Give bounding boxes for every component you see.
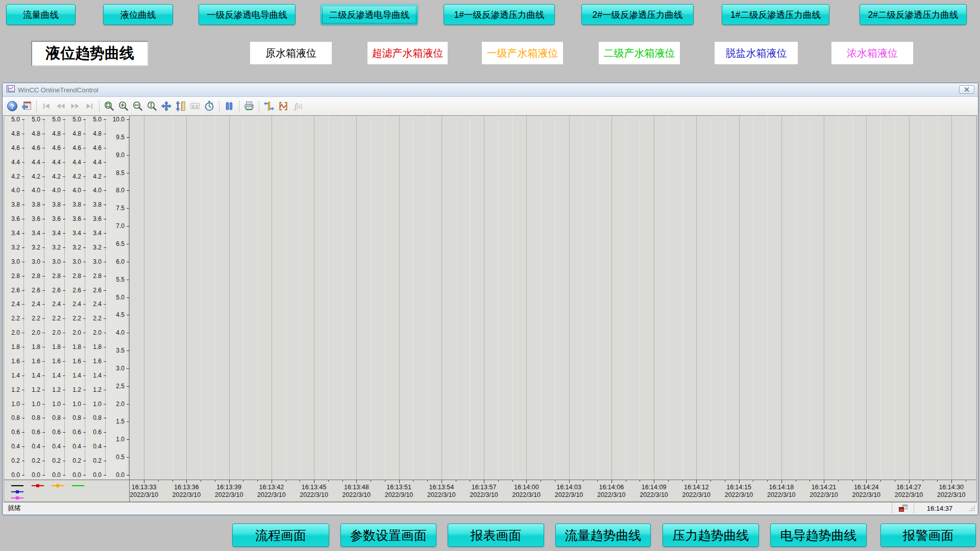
time-value: 16:14:30 [937, 484, 966, 491]
major-gridline [186, 116, 187, 480]
axis-tick-label: 2.2 [72, 315, 81, 321]
minor-gridline [937, 116, 938, 480]
axis-tick-label: 2.2 [11, 315, 20, 321]
axis-tick-label: 0.8 [11, 415, 20, 421]
axis-tick-label: 5.0 [11, 116, 20, 122]
minor-gridline [427, 116, 428, 480]
statistics-button: ∫[x] [290, 99, 305, 113]
legend-item-5[interactable] [11, 490, 23, 493]
legend-item-2[interactable] [32, 484, 44, 487]
date-value: 2022/3/10 [682, 491, 710, 499]
axis-tick-label: 4.6 [52, 145, 61, 151]
move-axes-area-button[interactable] [174, 99, 188, 113]
top-nav-button-5[interactable]: 1#一级反渗透压力曲线 [444, 4, 555, 25]
close-icon [964, 87, 969, 92]
time-tick [356, 480, 357, 483]
bottom-nav-button-5[interactable]: 压力趋势曲线 [663, 523, 759, 547]
date-value: 2022/3/10 [555, 491, 583, 499]
axis-tick [104, 304, 106, 305]
axis-tick-label: 3.8 [72, 202, 81, 208]
configuration-dialog-button[interactable] [19, 99, 34, 113]
axis-tick [22, 162, 24, 163]
time-value: 16:14:21 [810, 484, 838, 491]
first-data-record-icon [41, 101, 52, 112]
time-axis-label: 16:13:332022/3/10 [130, 484, 158, 499]
axis-tick-label: 0.4 [11, 443, 20, 449]
time-tick [257, 480, 258, 482]
axis-tick [104, 276, 106, 277]
axis-tick [83, 119, 86, 120]
zoom-area-button[interactable] [102, 99, 116, 113]
legend-item-4[interactable] [72, 484, 84, 487]
bottom-nav-button-1[interactable]: 流程画面 [232, 523, 329, 547]
time-axis-label: 16:13:422022/3/10 [257, 484, 286, 499]
toolbar-separator [239, 101, 239, 112]
time-tick [399, 480, 400, 483]
axis-tick [63, 233, 65, 234]
time-value: 16:13:48 [342, 484, 371, 491]
axis-tick [22, 347, 24, 347]
time-axis-label: 16:14:242022/3/10 [852, 484, 880, 499]
axis-tick-label: 1.8 [93, 344, 102, 350]
axis-tick-label: 8.5 [116, 170, 125, 176]
top-nav-button-3[interactable]: 一级反渗透电导曲线 [199, 4, 296, 25]
axis-tick [42, 461, 45, 461]
legend-item-3[interactable] [52, 484, 64, 487]
legend-item-6[interactable] [11, 496, 23, 499]
bottom-nav-button-6[interactable]: 电导趋势曲线 [770, 523, 867, 547]
window-titlebar[interactable]: WinCC OnlineTrendControl [3, 83, 978, 97]
time-axis-label: 16:13:542022/3/10 [427, 484, 456, 499]
time-tick [541, 480, 541, 482]
legend-item-1[interactable] [11, 484, 23, 487]
axis-tick [127, 368, 129, 369]
pause-update-button[interactable] [222, 99, 236, 113]
axis-tick [63, 318, 65, 319]
time-tick [951, 480, 952, 483]
top-nav-button-4[interactable]: 二级反渗透电导曲线 [321, 4, 418, 25]
axis-tick [42, 148, 45, 148]
move-trend-area-button[interactable] [159, 99, 174, 113]
axis-tick-label: 2.6 [72, 287, 81, 293]
help-button[interactable]: ? [5, 99, 19, 113]
select-trends-button[interactable] [276, 99, 290, 113]
plot-area[interactable] [130, 116, 976, 480]
close-button[interactable] [959, 85, 974, 94]
date-value: 2022/3/10 [767, 491, 796, 499]
top-nav-button-2[interactable]: 液位曲线 [103, 4, 173, 25]
time-tick [838, 480, 839, 482]
axis-tick-label: 3.2 [52, 244, 61, 251]
top-nav-button-7[interactable]: 1#二级反渗透压力曲线 [722, 4, 829, 25]
time-tick [796, 480, 796, 482]
time-tick [427, 480, 428, 482]
value-axis-3: 5.04.84.64.44.24.03.83.63.43.23.02.82.62… [45, 116, 65, 480]
next-data-record-icon [69, 101, 81, 112]
zoom-in-out-button[interactable] [116, 99, 131, 113]
time-tick [781, 480, 782, 483]
time-axis-label: 16:14:092022/3/10 [640, 484, 668, 499]
select-time-range-button[interactable] [202, 99, 216, 113]
axis-tick-label: 1.6 [72, 358, 81, 364]
axis-tick-label: 3.4 [72, 230, 81, 236]
window-title: WinCC OnlineTrendControl [18, 86, 99, 94]
top-nav-button-1[interactable]: 流量曲线 [6, 4, 76, 25]
top-nav-button-8[interactable]: 2#二级反渗透压力曲线 [860, 4, 967, 25]
window-icon [7, 85, 15, 94]
top-nav-button-6[interactable]: 2#一级反渗透压力曲线 [581, 4, 694, 25]
bottom-nav-button-2[interactable]: 参数设置画面 [340, 523, 436, 547]
axis-tick-label: 5.0 [52, 116, 61, 122]
date-value: 2022/3/10 [300, 491, 328, 499]
bottom-nav-button-7[interactable]: 报警画面 [880, 523, 976, 547]
bottom-nav-button-3[interactable]: 报表画面 [448, 523, 544, 547]
axis-tick [42, 347, 45, 347]
axis-tick [127, 173, 129, 173]
toolbar-separator [259, 101, 259, 112]
time-tick [753, 480, 753, 482]
zoom-time-axis-button[interactable] [131, 99, 145, 113]
resize-grip[interactable] [965, 503, 977, 514]
time-tick [923, 480, 923, 482]
bottom-nav-button-4[interactable]: 流量趋势曲线 [555, 523, 651, 547]
axis-tick-label: 2.6 [52, 287, 61, 293]
print-button[interactable] [242, 99, 256, 113]
curve-shortcut-button[interactable] [262, 99, 276, 113]
zoom-value-axis-button[interactable] [145, 99, 159, 113]
